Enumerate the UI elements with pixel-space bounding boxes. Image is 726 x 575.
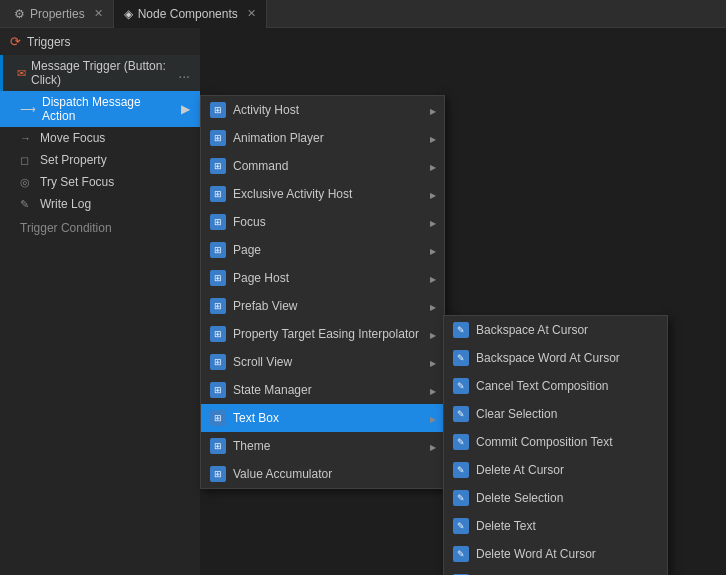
dd1-item-arrow-12 [430, 441, 436, 452]
tab-properties[interactable]: ⚙ Properties ✕ [4, 0, 114, 28]
dd1-item-icon-3: ⊞ [209, 185, 227, 203]
dd1-item-icon-4: ⊞ [209, 213, 227, 231]
dd2-item-8[interactable]: ✎Delete Word At Cursor [444, 540, 667, 568]
dd1-item-arrow-0 [430, 105, 436, 116]
dd1-item-6[interactable]: ⊞Page Host [201, 264, 444, 292]
dd2-item-7[interactable]: ✎Delete Text [444, 512, 667, 540]
dispatch-arrow-icon: ▶ [181, 102, 190, 116]
dd1-item-8[interactable]: ⊞Property Target Easing Interpolator [201, 320, 444, 348]
dd2-item-icon-0: ✎ [452, 321, 470, 339]
dd2-item-4[interactable]: ✎Commit Composition Text [444, 428, 667, 456]
dd1-item-text-3: Exclusive Activity Host [233, 187, 424, 201]
dd2-item-0[interactable]: ✎Backspace At Cursor [444, 316, 667, 344]
dd1-item-arrow-1 [430, 133, 436, 144]
dropdown-menu-2: ✎Backspace At Cursor✎Backspace Word At C… [443, 315, 668, 575]
dd1-item-0[interactable]: ⊞Activity Host [201, 96, 444, 124]
write-log-icon: ✎ [20, 198, 34, 211]
dd2-item-icon-7: ✎ [452, 517, 470, 535]
dd2-item-text-2: Cancel Text Composition [476, 379, 659, 393]
dd2-item-6[interactable]: ✎Delete Selection [444, 484, 667, 512]
dd1-item-arrow-8 [430, 329, 436, 340]
try-set-focus-label: Try Set Focus [40, 175, 114, 189]
dd1-item-text-0: Activity Host [233, 103, 424, 117]
tab-node-components-close[interactable]: ✕ [247, 7, 256, 20]
dd1-item-icon-2: ⊞ [209, 157, 227, 175]
dd1-item-icon-8: ⊞ [209, 325, 227, 343]
tab-properties-close[interactable]: ✕ [94, 7, 103, 20]
dd1-item-3[interactable]: ⊞Exclusive Activity Host [201, 180, 444, 208]
dd1-item-arrow-7 [430, 301, 436, 312]
dd2-item-text-8: Delete Word At Cursor [476, 547, 659, 561]
dd1-item-icon-5: ⊞ [209, 241, 227, 259]
dd1-item-arrow-5 [430, 245, 436, 256]
write-log-item[interactable]: ✎ Write Log [0, 193, 200, 215]
move-focus-item[interactable]: → Move Focus [0, 127, 200, 149]
dd1-item-icon-6: ⊞ [209, 269, 227, 287]
dd1-item-arrow-2 [430, 161, 436, 172]
dd1-item-text-4: Focus [233, 215, 424, 229]
dd2-item-text-5: Delete At Cursor [476, 463, 659, 477]
panel-left: ⟳ Triggers ✉ Message Trigger (Button: Cl… [0, 28, 200, 575]
message-trigger-item[interactable]: ✉ Message Trigger (Button: Click) ... [0, 55, 200, 91]
tab-node-components[interactable]: ◈ Node Components ✕ [114, 0, 267, 28]
dd1-item-text-1: Animation Player [233, 131, 424, 145]
node-components-icon: ◈ [124, 7, 133, 21]
tab-node-components-label: Node Components [138, 7, 238, 21]
triggers-icon: ⟳ [10, 34, 21, 49]
dd2-item-9[interactable]: ✎Enter Editing State [444, 568, 667, 575]
dd1-item-text-12: Theme [233, 439, 424, 453]
dd2-item-3[interactable]: ✎Clear Selection [444, 400, 667, 428]
dd1-item-text-8: Property Target Easing Interpolator [233, 327, 424, 341]
dd2-item-text-4: Commit Composition Text [476, 435, 659, 449]
tab-properties-label: Properties [30, 7, 85, 21]
dd2-item-2[interactable]: ✎Cancel Text Composition [444, 372, 667, 400]
dispatch-action-item[interactable]: ⟶ Dispatch Message Action ▶ [0, 91, 200, 127]
dd1-item-text-13: Value Accumulator [233, 467, 436, 481]
dd2-item-icon-3: ✎ [452, 405, 470, 423]
dd1-item-2[interactable]: ⊞Command [201, 152, 444, 180]
dd1-item-icon-11: ⊞ [209, 409, 227, 427]
dd2-item-5[interactable]: ✎Delete At Cursor [444, 456, 667, 484]
dd1-item-9[interactable]: ⊞Scroll View [201, 348, 444, 376]
set-property-icon: ◻ [20, 154, 34, 167]
dd2-item-text-1: Backspace Word At Cursor [476, 351, 659, 365]
dd2-item-1[interactable]: ✎Backspace Word At Cursor [444, 344, 667, 372]
dd1-item-1[interactable]: ⊞Animation Player [201, 124, 444, 152]
dispatch-icon: ⟶ [20, 103, 36, 116]
dd1-item-text-10: State Manager [233, 383, 424, 397]
dd1-item-12[interactable]: ⊞Theme [201, 432, 444, 460]
dd2-item-text-6: Delete Selection [476, 491, 659, 505]
try-set-focus-icon: ◎ [20, 176, 34, 189]
dd2-item-text-7: Delete Text [476, 519, 659, 533]
dd1-item-10[interactable]: ⊞State Manager [201, 376, 444, 404]
dd2-item-icon-6: ✎ [452, 489, 470, 507]
dd1-item-11[interactable]: ⊞Text Box [201, 404, 444, 432]
dd1-item-icon-7: ⊞ [209, 297, 227, 315]
trigger-condition-item[interactable]: Trigger Condition [0, 215, 200, 241]
tab-bar: ⚙ Properties ✕ ◈ Node Components ✕ [0, 0, 726, 28]
dd1-item-text-2: Command [233, 159, 424, 173]
dd1-item-icon-12: ⊞ [209, 437, 227, 455]
set-property-item[interactable]: ◻ Set Property [0, 149, 200, 171]
try-set-focus-item[interactable]: ◎ Try Set Focus [0, 171, 200, 193]
dd1-item-4[interactable]: ⊞Focus [201, 208, 444, 236]
set-property-label: Set Property [40, 153, 107, 167]
move-focus-label: Move Focus [40, 131, 105, 145]
dd1-item-text-6: Page Host [233, 271, 424, 285]
dispatch-action-text: Dispatch Message Action [42, 95, 175, 123]
properties-icon: ⚙ [14, 7, 25, 21]
dd1-item-icon-9: ⊞ [209, 353, 227, 371]
dd1-item-13[interactable]: ⊞Value Accumulator [201, 460, 444, 488]
dd1-item-icon-13: ⊞ [209, 465, 227, 483]
dd1-item-arrow-11 [430, 413, 436, 424]
dd1-item-7[interactable]: ⊞Prefab View [201, 292, 444, 320]
move-focus-icon: → [20, 132, 34, 144]
trigger-dots-button[interactable]: ... [178, 65, 190, 81]
dd2-item-text-0: Backspace At Cursor [476, 323, 659, 337]
dd2-item-icon-8: ✎ [452, 545, 470, 563]
trigger-condition-label: Trigger Condition [20, 221, 112, 235]
dd1-item-5[interactable]: ⊞Page [201, 236, 444, 264]
dd1-item-text-9: Scroll View [233, 355, 424, 369]
panel-header-text: Triggers [27, 35, 71, 49]
dd2-item-icon-2: ✎ [452, 377, 470, 395]
